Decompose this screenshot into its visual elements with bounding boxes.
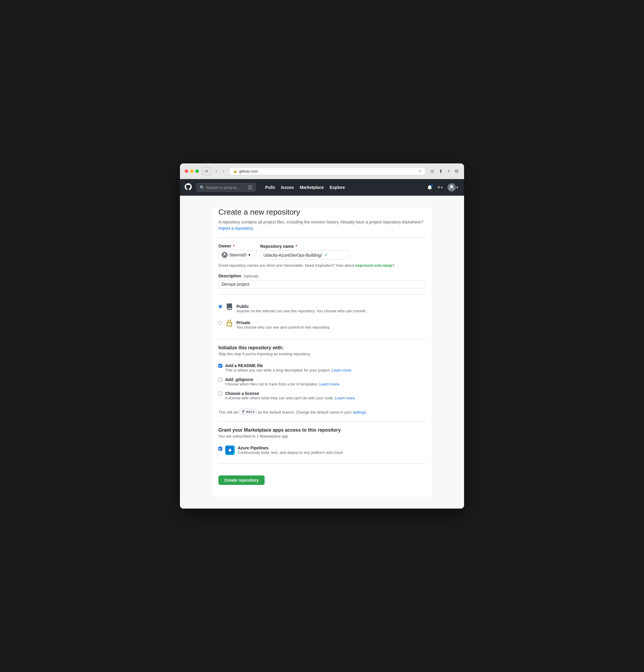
readme-learn-more[interactable]: Learn more. bbox=[332, 368, 352, 372]
marketplace-divider bbox=[218, 421, 426, 422]
share-button[interactable]: ⬆ bbox=[438, 167, 444, 175]
gitignore-learn-more[interactable]: Learn more. bbox=[319, 382, 340, 386]
visibility-divider bbox=[218, 294, 426, 295]
download-button[interactable]: ⊙ bbox=[429, 167, 435, 175]
license-desc: A license tells others what they can and… bbox=[225, 396, 356, 400]
owner-repo-row: Owner * StavrosD ▾ / Repository name bbox=[218, 244, 426, 260]
init-subtitle: Skip this step if you're importing an ex… bbox=[218, 352, 426, 356]
owner-name: StavrosD bbox=[229, 253, 246, 257]
init-section: Initialize this repository with: Skip th… bbox=[218, 345, 426, 403]
new-tab-button[interactable]: + bbox=[446, 167, 451, 175]
azure-pipelines-item: Azure Pipelines Continuously build, test… bbox=[218, 443, 426, 457]
azure-pipelines-text: Azure Pipelines Continuously build, test… bbox=[238, 445, 343, 455]
page-title: Create a new repository bbox=[218, 207, 426, 217]
public-radio[interactable] bbox=[218, 304, 222, 309]
readme-checkbox[interactable] bbox=[218, 364, 222, 368]
section-divider bbox=[218, 237, 426, 238]
nav-marketplace[interactable]: Marketplace bbox=[297, 184, 326, 191]
license-label: Choose a license bbox=[225, 391, 356, 396]
address-bar[interactable]: 🔒 github.com ↻ bbox=[229, 167, 426, 175]
gitignore-checkbox[interactable] bbox=[218, 378, 222, 382]
nav-explore[interactable]: Explore bbox=[327, 184, 347, 191]
notifications-button[interactable] bbox=[426, 183, 434, 191]
minimize-button[interactable] bbox=[190, 169, 194, 173]
optional-label: (optional) bbox=[244, 274, 258, 278]
public-title: Public bbox=[236, 304, 366, 309]
close-button[interactable] bbox=[185, 169, 188, 173]
github-logo bbox=[185, 183, 192, 192]
create-repository-button[interactable]: Create repository bbox=[218, 476, 265, 485]
azure-pipelines-desc: Continuously build, test, and deploy to … bbox=[238, 450, 343, 455]
readme-label: Add a README file bbox=[225, 363, 352, 368]
import-repo-link[interactable]: Import a repository. bbox=[218, 226, 254, 231]
refresh-icon[interactable]: ↻ bbox=[418, 169, 422, 173]
page-description: A repository contains all project files,… bbox=[218, 219, 426, 231]
submit-divider bbox=[218, 463, 426, 464]
owner-select[interactable]: StavrosD ▾ bbox=[218, 250, 254, 260]
azure-pipelines-checkbox[interactable] bbox=[218, 447, 222, 451]
settings-link[interactable]: settings bbox=[353, 410, 366, 415]
browser-window: ⊞ ‹ › 🔒 github.com ↻ ⊙ ⬆ + ⧉ 🔍 Search or… bbox=[180, 164, 464, 508]
new-dropdown-button[interactable]: + ▾ bbox=[436, 183, 444, 192]
public-desc: Anyone on the internet can see this repo… bbox=[236, 309, 366, 313]
notification-dot bbox=[430, 184, 433, 187]
search-shortcut: / bbox=[248, 185, 253, 190]
public-option: Public Anyone on the internet can see th… bbox=[218, 300, 426, 317]
inspiration-link[interactable]: improved-octo-lamp bbox=[355, 263, 392, 268]
user-avatar bbox=[448, 183, 456, 192]
init-title: Initialize this repository with: bbox=[218, 345, 426, 350]
owner-required: * bbox=[233, 244, 234, 248]
nav-pulls[interactable]: Pulls bbox=[263, 184, 277, 191]
license-learn-more[interactable]: Learn more. bbox=[335, 396, 356, 400]
gitignore-label: Add .gitignore bbox=[225, 377, 340, 382]
maximize-button[interactable] bbox=[195, 169, 199, 173]
gitignore-desc: Choose which files not to track from a l… bbox=[225, 382, 340, 386]
browser-actions: ⊙ ⬆ + ⧉ bbox=[429, 167, 459, 175]
search-box[interactable]: 🔍 Search or jump to... / bbox=[196, 183, 256, 192]
github-navbar: 🔍 Search or jump to... / Pulls Issues Ma… bbox=[180, 179, 464, 196]
branch-badge: main bbox=[240, 409, 257, 415]
tabs-button[interactable]: ⧉ bbox=[454, 167, 459, 175]
azure-pipelines-name: Azure Pipelines bbox=[238, 445, 343, 450]
description-input[interactable] bbox=[218, 280, 426, 288]
back-button[interactable]: ‹ bbox=[214, 168, 218, 175]
repo-name-label: Repository name * bbox=[260, 244, 349, 249]
valid-check-icon: ✓ bbox=[324, 252, 328, 258]
navbar-right: + ▾ ▾ bbox=[426, 182, 459, 193]
default-branch-text: This will set main as the default branch… bbox=[218, 409, 426, 415]
public-icon bbox=[226, 303, 233, 312]
marketplace-section: Grant your Marketplace apps access to th… bbox=[218, 428, 426, 457]
search-icon: 🔍 bbox=[200, 185, 205, 190]
repo-name-input[interactable]: Udacity-AzureDevOps-Building/ ✓ bbox=[260, 250, 349, 260]
readme-desc: This is where you can write a long descr… bbox=[225, 368, 352, 372]
marketplace-subtitle: You are subscribed to 1 Marketplace app bbox=[218, 434, 426, 439]
owner-avatar bbox=[222, 252, 228, 258]
nav-issues[interactable]: Issues bbox=[279, 184, 296, 191]
repo-name-group: Repository name * Udacity-AzureDevOps-Bu… bbox=[260, 244, 349, 260]
forward-button[interactable]: › bbox=[222, 168, 226, 175]
owner-group: Owner * StavrosD ▾ bbox=[218, 244, 254, 260]
user-menu-button[interactable]: ▾ bbox=[446, 182, 459, 193]
main-nav: Pulls Issues Marketplace Explore bbox=[263, 184, 347, 191]
readme-text-group: Add a README file This is where you can … bbox=[225, 363, 352, 372]
license-item: Choose a license A license tells others … bbox=[218, 389, 426, 403]
private-radio[interactable] bbox=[218, 321, 222, 325]
marketplace-title: Grant your Marketplace apps access to th… bbox=[218, 428, 426, 433]
traffic-lights bbox=[185, 169, 199, 173]
owner-label: Owner * bbox=[218, 244, 254, 248]
gitignore-item: Add .gitignore Choose which files not to… bbox=[218, 375, 426, 389]
private-icon bbox=[226, 320, 233, 328]
readme-item: Add a README file This is where you can … bbox=[218, 361, 426, 375]
owner-caret: ▾ bbox=[248, 253, 251, 257]
avatar-caret: ▾ bbox=[457, 185, 458, 190]
dropdown-caret: ▾ bbox=[441, 185, 443, 190]
azure-pipelines-icon bbox=[225, 445, 235, 455]
tab-toggle-icon[interactable]: ⊞ bbox=[203, 167, 211, 175]
form-container: Create a new repository A repository con… bbox=[212, 207, 432, 497]
license-checkbox[interactable] bbox=[218, 392, 222, 396]
description-group: Description (optional) bbox=[218, 274, 426, 288]
plus-icon: + bbox=[437, 184, 440, 191]
repo-name-value: Udacity-AzureDevOps-Building/ bbox=[264, 253, 322, 257]
gitignore-text-group: Add .gitignore Choose which files not to… bbox=[225, 377, 340, 386]
public-text-group: Public Anyone on the internet can see th… bbox=[236, 304, 366, 313]
